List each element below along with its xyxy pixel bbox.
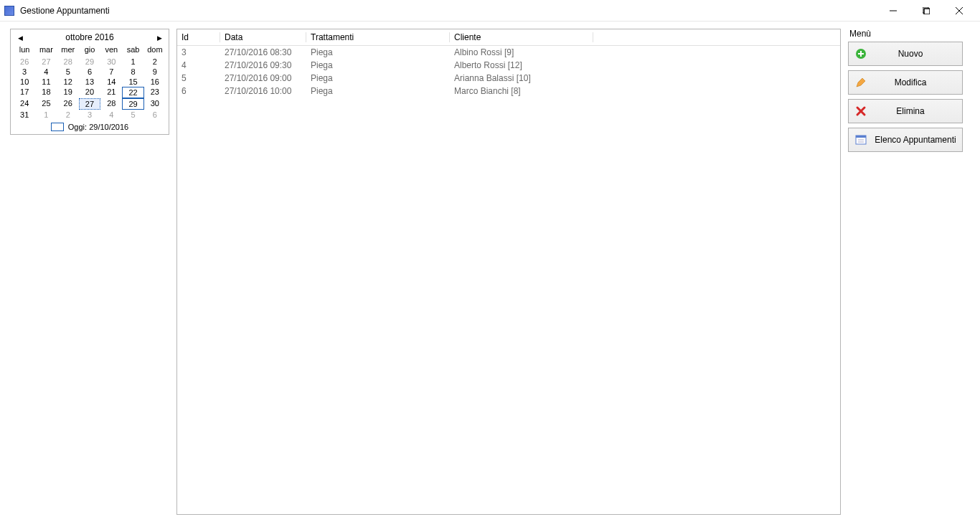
calendar-day[interactable]: 30 xyxy=(100,57,122,67)
svg-rect-13 xyxy=(856,136,866,138)
edit-button-label: Modifica xyxy=(864,77,956,87)
calendar[interactable]: ◀ ottobre 2016 ▶ lunmarmergiovensabdom 2… xyxy=(10,29,169,135)
calendar-day[interactable]: 3 xyxy=(14,67,35,77)
cell-id: 5 xyxy=(177,72,220,85)
cell-data: 27/10/2016 10:00 xyxy=(220,85,306,98)
calendar-day[interactable]: 2 xyxy=(144,57,166,67)
new-button[interactable]: Nuovo xyxy=(848,42,963,66)
calendar-day[interactable]: 14 xyxy=(100,77,122,87)
calendar-day[interactable]: 27 xyxy=(35,57,57,67)
calendar-day[interactable]: 12 xyxy=(57,77,79,87)
calendar-day[interactable]: 16 xyxy=(144,77,166,87)
cell-data: 27/10/2016 09:30 xyxy=(220,59,306,72)
svg-rect-2 xyxy=(924,9,930,14)
calendar-day[interactable]: 5 xyxy=(57,67,79,77)
calendar-day[interactable]: 2 xyxy=(57,110,79,120)
cell-trat: Piega xyxy=(306,72,450,85)
table-row[interactable]: 627/10/2016 10:00PiegaMarco Bianchi [8] xyxy=(177,85,840,98)
today-indicator-icon xyxy=(51,123,64,131)
calendar-dow: ven xyxy=(100,44,122,55)
calendar-day[interactable]: 6 xyxy=(79,67,100,77)
calendar-month-label[interactable]: ottobre 2016 xyxy=(65,32,113,42)
cell-id: 3 xyxy=(177,46,220,59)
cell-data: 27/10/2016 09:00 xyxy=(220,72,306,85)
calendar-day[interactable]: 25 xyxy=(35,98,57,110)
calendar-day[interactable]: 9 xyxy=(144,67,166,77)
col-data[interactable]: Data xyxy=(220,29,306,45)
col-spacer xyxy=(593,29,840,45)
calendar-day[interactable]: 4 xyxy=(35,67,57,77)
calendar-dow: mar xyxy=(35,44,57,55)
calendar-day[interactable]: 10 xyxy=(14,77,35,87)
next-month-button[interactable]: ▶ xyxy=(153,32,166,44)
calendar-day[interactable]: 17 xyxy=(14,87,35,98)
calendar-day[interactable]: 20 xyxy=(79,87,100,98)
calendar-icon xyxy=(854,133,867,146)
cell-cliente: Alberto Rossi [12] xyxy=(450,59,593,72)
prev-month-button[interactable]: ◀ xyxy=(14,32,27,44)
table-row[interactable]: 527/10/2016 09:00PiegaArianna Balassi [1… xyxy=(177,72,840,85)
calendar-day[interactable]: 1 xyxy=(122,57,143,67)
calendar-day[interactable]: 30 xyxy=(144,98,166,110)
calendar-day[interactable]: 29 xyxy=(122,98,143,110)
calendar-day[interactable]: 7 xyxy=(100,67,122,77)
calendar-day[interactable]: 28 xyxy=(100,98,122,110)
minimize-button[interactable] xyxy=(877,0,910,22)
cell-trat: Piega xyxy=(306,46,450,59)
calendar-dow: mer xyxy=(57,44,79,55)
cell-id: 4 xyxy=(177,59,220,72)
calendar-day[interactable]: 23 xyxy=(144,87,166,98)
today-label: Oggi: 29/10/2016 xyxy=(68,123,128,131)
delete-button-label: Elimina xyxy=(864,106,956,116)
calendar-day[interactable]: 15 xyxy=(122,77,143,87)
calendar-day[interactable]: 29 xyxy=(79,57,100,67)
calendar-day[interactable]: 27 xyxy=(79,98,100,110)
calendar-day[interactable]: 3 xyxy=(79,110,100,120)
menu-title: Menù xyxy=(848,29,970,42)
calendar-day[interactable]: 6 xyxy=(144,110,166,120)
calendar-day[interactable]: 31 xyxy=(14,110,35,120)
cell-cliente: Marco Bianchi [8] xyxy=(450,85,593,98)
cell-trat: Piega xyxy=(306,59,450,72)
calendar-day[interactable]: 28 xyxy=(57,57,79,67)
calendar-dow: sab xyxy=(122,44,143,55)
calendar-day[interactable]: 18 xyxy=(35,87,57,98)
cell-cliente: Albino Rossi [9] xyxy=(450,46,593,59)
appointments-list-button-label: Elenco Appuntamenti xyxy=(875,135,956,145)
calendar-day[interactable]: 8 xyxy=(122,67,143,77)
calendar-day[interactable]: 26 xyxy=(14,57,35,67)
col-cliente[interactable]: Cliente xyxy=(450,29,593,45)
cell-trat: Piega xyxy=(306,85,450,98)
calendar-dow: lun xyxy=(14,44,35,55)
calendar-day[interactable]: 1 xyxy=(35,110,57,120)
calendar-day[interactable]: 22 xyxy=(122,87,143,98)
close-button[interactable] xyxy=(943,0,976,22)
calendar-day[interactable]: 26 xyxy=(57,98,79,110)
table-row[interactable]: 327/10/2016 08:30PiegaAlbino Rossi [9] xyxy=(177,46,840,59)
calendar-today-link[interactable]: Oggi: 29/10/2016 xyxy=(11,121,169,134)
cell-data: 27/10/2016 08:30 xyxy=(220,46,306,59)
calendar-day[interactable]: 24 xyxy=(14,98,35,110)
calendar-day[interactable]: 4 xyxy=(100,110,122,120)
table-row[interactable]: 427/10/2016 09:30PiegaAlberto Rossi [12] xyxy=(177,59,840,72)
cell-cliente: Arianna Balassi [10] xyxy=(450,72,593,85)
calendar-day[interactable]: 11 xyxy=(35,77,57,87)
calendar-day[interactable]: 21 xyxy=(100,87,122,98)
grid-header: Id Data Trattamenti Cliente xyxy=(177,29,840,46)
calendar-day[interactable]: 19 xyxy=(57,87,79,98)
calendar-dow: dom xyxy=(144,44,166,55)
titlebar: Gestione Appuntamenti xyxy=(0,0,980,22)
appointments-grid[interactable]: Id Data Trattamenti Cliente 327/10/2016 … xyxy=(176,29,841,515)
col-id[interactable]: Id xyxy=(177,29,220,45)
cell-id: 6 xyxy=(177,85,220,98)
menu-panel: Menù Nuovo Modifica Elimina Elenco Appun… xyxy=(848,29,970,515)
calendar-dow: gio xyxy=(79,44,100,55)
col-trattamenti[interactable]: Trattamenti xyxy=(306,29,450,45)
calendar-day[interactable]: 13 xyxy=(79,77,100,87)
appointments-list-button[interactable]: Elenco Appuntamenti xyxy=(848,128,963,152)
maximize-button[interactable] xyxy=(910,0,943,22)
delete-button[interactable]: Elimina xyxy=(848,99,963,123)
new-button-label: Nuovo xyxy=(864,49,956,59)
calendar-day[interactable]: 5 xyxy=(122,110,143,120)
edit-button[interactable]: Modifica xyxy=(848,70,963,95)
